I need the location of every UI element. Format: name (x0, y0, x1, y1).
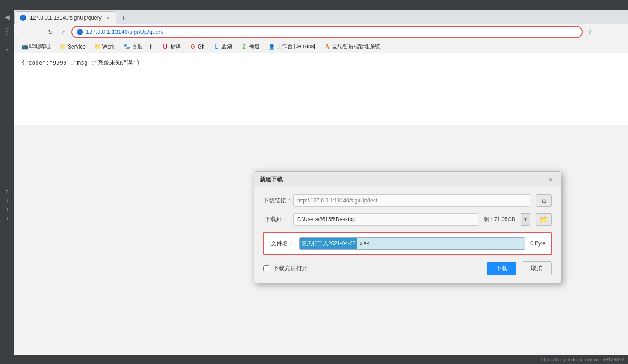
lock-icon: 🔵 (77, 29, 83, 35)
refresh-button[interactable]: ↻ (45, 26, 56, 38)
active-tab[interactable]: 🔵 127.0.0.1:13140/signUp/query × (14, 11, 116, 24)
bookmark-button[interactable]: ☆ (584, 26, 596, 38)
ide-project-label: Proj... (5, 23, 9, 37)
youdao-icon: U (162, 44, 168, 50)
tab-favicon: 🔵 (20, 15, 26, 21)
baidu-icon: 🐾 (124, 44, 130, 50)
bookmark-zendao[interactable]: Z 禅道 (237, 42, 263, 51)
filename-row-wrapper: 文件名： 应天打工人2021-04-27 .xlsx 0 Byte (263, 232, 552, 255)
space-label: 剩：71.05GB (484, 216, 515, 223)
bilibili-icon: 📺 (21, 44, 28, 50)
tab-title: 127.0.0.1:13140/signUp/query (30, 15, 102, 21)
filename-label: 文件名： (269, 239, 294, 247)
aisizhe-icon: A (324, 44, 330, 50)
bookmark-service-label: Service (68, 44, 86, 50)
browse-folder-button[interactable]: 📁 (536, 213, 552, 226)
filename-input[interactable]: 应天打工人2021-04-27 .xlsx (299, 237, 525, 250)
bookmark-baidu[interactable]: 🐾 百度一下 (120, 42, 157, 51)
bookmark-lanhu[interactable]: L 蓝湖 (210, 42, 236, 51)
bookmark-jenkins-label: 工作台 [Jenkins] (277, 43, 315, 50)
ide-icon-4: ↑ (6, 206, 8, 213)
bookmark-git[interactable]: G Git (186, 43, 208, 51)
copy-url-button[interactable]: ⧉ (536, 194, 552, 207)
work-icon: 📁 (94, 44, 101, 50)
download-dialog: 新建下载 × 下载链接： ⧉ 下载到： 剩：71.05GB ▼ (254, 171, 561, 283)
bookmark-work-label: Work (102, 44, 115, 50)
bookmark-aisizhe[interactable]: A 爱思哲后端管理系统 (321, 42, 384, 51)
open-after-checkbox[interactable] (263, 265, 269, 271)
bookmark-baidu-label: 百度一下 (132, 43, 153, 50)
filename-selected-text: 应天打工人2021-04-27 (300, 238, 357, 249)
url-row: 下载链接： ⧉ (263, 194, 552, 207)
dialog-title: 新建下载 (260, 175, 283, 183)
ide-back-icon[interactable]: ◀ (4, 12, 11, 21)
dest-path-input[interactable] (293, 213, 478, 226)
download-button[interactable]: 下载 (487, 262, 516, 275)
ide-left-panel: ◀ Proj... ≡ D ↓ ↑ ↓ (0, 10, 14, 355)
service-icon: 📁 (60, 44, 66, 50)
page-json-text: {"code":"9999","msg":"系统未知错误"} (21, 59, 140, 66)
bookmark-youdao[interactable]: U 翻译 (159, 42, 184, 51)
dest-row: 下载到： 剩：71.05GB ▼ 📁 (263, 213, 552, 226)
open-after-text: 下载完后打开 (273, 264, 308, 272)
bookmark-zendao-label: 禅道 (249, 43, 260, 50)
jenkins-icon: 👤 (269, 44, 275, 50)
home-button[interactable]: ⌂ (58, 26, 69, 38)
git-icon: G (190, 44, 196, 50)
bookmark-jenkins[interactable]: 👤 工作台 [Jenkins] (265, 42, 319, 51)
ide-icon-1: ≡ (5, 48, 8, 54)
back-button[interactable]: ← (18, 26, 29, 38)
dialog-close-button[interactable]: × (546, 174, 555, 184)
bookmark-bilibili-label: 哔哩哔哩 (29, 43, 51, 50)
new-tab-button[interactable]: + (118, 13, 129, 24)
bookmark-lanhu-label: 蓝湖 (221, 43, 232, 50)
ide-icon-2: D (5, 190, 8, 195)
bookmarks-bar: 📺 哔哩哔哩 📁 Service 📁 Work 🐾 百度一下 U 翻译 G (14, 40, 628, 53)
file-size-label: 0 Byte (530, 240, 546, 247)
dialog-titlebar: 新建下载 × (254, 172, 561, 187)
address-bar[interactable] (86, 28, 577, 35)
zendao-icon: Z (241, 44, 247, 50)
address-bar-wrapper: 🔵 (71, 26, 583, 38)
open-after-label[interactable]: 下载完后打开 (263, 264, 308, 272)
status-bar: https://blog.csdn.net/weixin_48134878 (0, 355, 628, 364)
ide-icon-3: ↓ (6, 198, 8, 204)
dest-label: 下载到： (263, 215, 288, 223)
url-label: 下载链接： (263, 197, 288, 205)
lanhu-icon: L (213, 44, 220, 50)
ide-icon-5: ↓ (6, 215, 8, 222)
bookmark-service[interactable]: 📁 Service (56, 43, 89, 51)
cancel-button[interactable]: 取消 (522, 261, 552, 275)
nav-bar: ← → ↻ ⌂ 🔵 ☆ (14, 24, 628, 40)
bookmark-bilibili[interactable]: 📺 哔哩哔哩 (18, 42, 54, 51)
bookmark-work[interactable]: 📁 Work (91, 43, 118, 51)
tab-close-button[interactable]: × (105, 15, 110, 21)
dialog-body: 下载链接： ⧉ 下载到： 剩：71.05GB ▼ 📁 (254, 187, 561, 283)
page-content: {"code":"9999","msg":"系统未知错误"} (14, 53, 628, 125)
tab-bar: 🔵 127.0.0.1:13140/signUp/query × + (14, 10, 628, 24)
status-url: https://blog.csdn.net/weixin_48134878 (541, 357, 624, 362)
chevron-down-icon: ▼ (523, 217, 528, 222)
bookmark-aisizhe-label: 爱思哲后端管理系统 (332, 43, 380, 50)
bookmark-youdao-label: 翻译 (170, 43, 181, 50)
dest-dropdown-button[interactable]: ▼ (521, 213, 530, 226)
filename-ext: .xlsx (357, 238, 370, 249)
url-input[interactable] (293, 194, 530, 207)
filename-row: 文件名： 应天打工人2021-04-27 .xlsx 0 Byte (269, 237, 546, 250)
forward-button[interactable]: → (31, 26, 43, 38)
folder-icon: 📁 (539, 215, 548, 224)
copy-icon: ⧉ (542, 197, 546, 205)
dialog-footer: 下载完后打开 下载 取消 (263, 261, 552, 275)
bookmark-git-label: Git (198, 44, 204, 50)
